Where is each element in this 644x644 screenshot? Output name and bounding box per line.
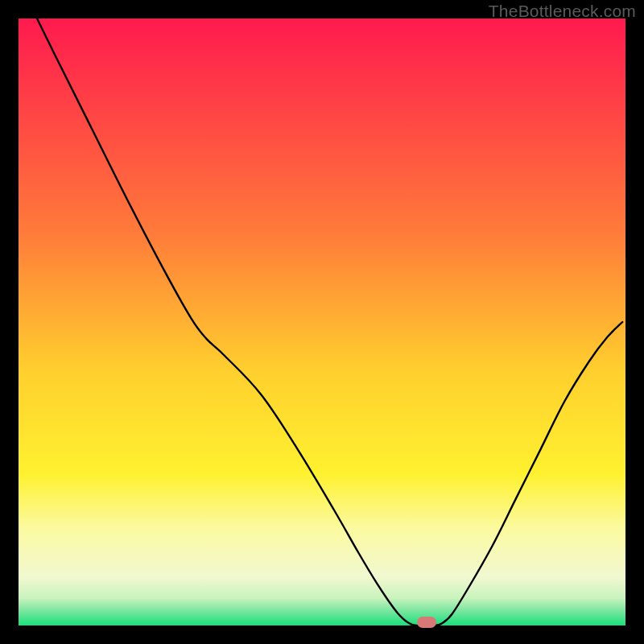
svg-rect-0: [19, 19, 625, 625]
watermark-text: TheBottleneck.com: [489, 2, 636, 21]
chart-frame: [19, 19, 625, 625]
optimal-marker: [417, 617, 436, 628]
gradient-background: [19, 19, 625, 625]
